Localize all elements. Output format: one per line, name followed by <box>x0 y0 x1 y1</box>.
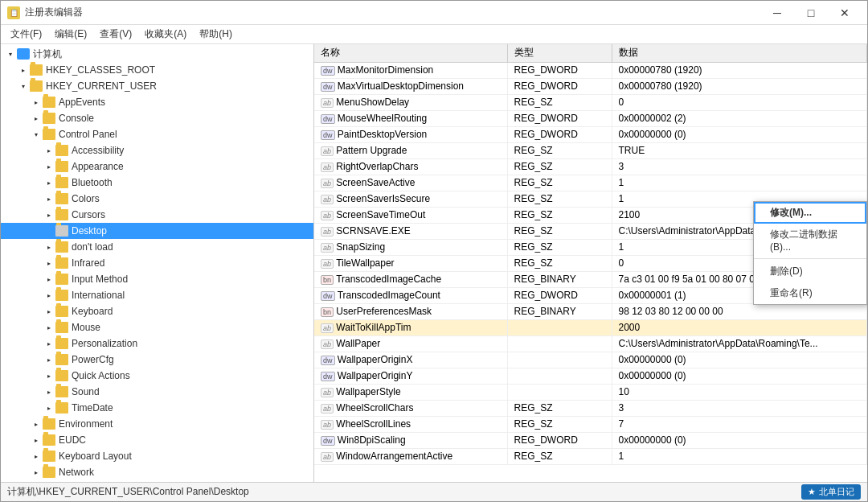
table-row[interactable]: dw Win8DpiScaling REG_DWORD 0x00000000 (… <box>314 432 867 448</box>
cell-type: REG_DWORD <box>507 287 612 303</box>
registry-tree[interactable]: 计算机 HKEY_CLASSES_ROOT HKEY_CURRENT_USER <box>1 44 314 482</box>
ctx-rename[interactable]: 重命名(R) <box>754 282 866 304</box>
cell-type: REG_SZ <box>507 400 612 416</box>
tree-item-colors[interactable]: Colors <box>1 191 313 207</box>
cell-data: 0x00000000 (0) <box>612 368 867 384</box>
tree-item-cursors[interactable]: Cursors <box>1 207 313 223</box>
menu-help[interactable]: 帮助(H) <box>193 26 239 43</box>
tree-arrow-infrared <box>43 257 55 270</box>
menu-favorites[interactable]: 收藏夹(A) <box>138 26 193 43</box>
tree-item-personalization[interactable]: Personalization <box>1 335 313 352</box>
tree-item-international[interactable]: International <box>1 287 313 303</box>
cell-name: ab MenuShowDelay <box>314 94 507 110</box>
name-text: Pattern Upgrade <box>336 145 407 156</box>
cell-name: ab WaitToKillAppTim <box>314 319 507 335</box>
table-row[interactable]: ab WindowArrangementActive REG_SZ 1 <box>314 448 867 464</box>
tree-item-network[interactable]: Network <box>1 464 313 480</box>
cell-data: 3 <box>612 158 867 175</box>
table-row[interactable]: dw MaxMonitorDimension REG_DWORD 0x00000… <box>314 62 867 78</box>
brand-text: 北单日记 <box>819 486 854 498</box>
tree-item-appevents[interactable]: AppEvents <box>1 94 313 110</box>
type-badge: dw <box>321 436 335 446</box>
status-path: 计算机\HKEY_CURRENT_USER\Control Panel\Desk… <box>7 485 249 499</box>
tree-item-hkclasses[interactable]: HKEY_CLASSES_ROOT <box>1 62 313 78</box>
folder-icon-personalization <box>55 338 68 349</box>
tree-item-accessibility[interactable]: Accessibility <box>1 142 313 158</box>
tree-item-bluetooth[interactable]: Bluetooth <box>1 175 313 191</box>
ctx-delete[interactable]: 删除(D) <box>754 261 866 282</box>
tree-item-dontload[interactable]: don't load <box>1 239 313 255</box>
tree-item-inputmethod[interactable]: Input Method <box>1 271 313 287</box>
table-row[interactable]: ab WheelScrollLines REG_SZ 7 <box>314 416 867 432</box>
tree-item-computer[interactable]: 计算机 <box>1 46 313 62</box>
table-row[interactable]: dw PaintDesktopVersion REG_DWORD 0x00000… <box>314 126 867 142</box>
folder-icon-timedate <box>55 402 68 414</box>
tree-item-keyboardlayout[interactable]: Keyboard Layout <box>1 448 313 464</box>
cell-type: REG_SZ <box>507 223 612 239</box>
tree-label-powercfg: PowerCfg <box>72 354 114 365</box>
type-badge: ab <box>321 243 334 253</box>
ctx-modify-binary[interactable]: 修改二进制数据(B)... <box>754 224 866 257</box>
tree-item-keyboard[interactable]: Keyboard <box>1 303 313 319</box>
menu-edit[interactable]: 编辑(E) <box>48 26 93 43</box>
table-row[interactable]: dw MouseWheelRouting REG_DWORD 0x0000000… <box>314 110 867 126</box>
table-row[interactable]: ab WheelScrollChars REG_SZ 3 <box>314 400 867 416</box>
table-row[interactable]: ab MenuShowDelay REG_SZ 0 <box>314 94 867 110</box>
folder-icon-hkclasses <box>30 64 43 76</box>
type-badge: ab <box>321 404 334 414</box>
name-text: MenuShowDelay <box>336 97 409 108</box>
table-row[interactable]: ab WallpaperStyle 10 <box>314 384 867 400</box>
table-row[interactable]: ab Pattern Upgrade REG_SZ TRUE <box>314 142 867 158</box>
tree-item-eudc[interactable]: EUDC <box>1 432 313 448</box>
main-window: 📋 注册表编辑器 ─ □ ✕ 文件(F) 编辑(E) 查看(V) 收藏夹(A) … <box>0 0 868 502</box>
table-row[interactable]: ab WaitToKillAppTim 2000 <box>314 319 867 335</box>
tree-item-timedate[interactable]: TimeDate <box>1 400 313 416</box>
tree-label-desktop: Desktop <box>72 225 107 237</box>
tree-label-bluetooth: Bluetooth <box>72 177 113 188</box>
tree-label-keyboard: Keyboard <box>72 306 113 317</box>
table-row[interactable]: dw WallpaperOriginX 0x00000000 (0) <box>314 352 867 368</box>
tree-item-powercfg[interactable]: PowerCfg <box>1 352 313 368</box>
type-badge: ab <box>321 420 334 430</box>
name-text: TileWallpaper <box>336 257 394 269</box>
tree-item-controlpanel[interactable]: Control Panel <box>1 126 313 142</box>
table-row[interactable]: dw WallpaperOriginY 0x00000000 (0) <box>314 368 867 384</box>
table-row[interactable]: ab RightOverlapChars REG_SZ 3 <box>314 158 867 175</box>
cell-data: C:\Users\Administrator\AppData\Roaming\T… <box>612 335 867 352</box>
folder-icon-cursors <box>55 209 68 220</box>
close-button[interactable]: ✕ <box>829 2 861 24</box>
name-text: WallPaper <box>336 338 380 349</box>
cell-name: ab ScreenSaveActive <box>314 175 507 191</box>
tree-arrow-personalization <box>43 337 55 350</box>
tree-arrow-dontload <box>43 241 55 253</box>
ctx-modify[interactable]: 修改(M)... <box>754 202 866 224</box>
tree-item-mouse[interactable]: Mouse <box>1 319 313 335</box>
table-row[interactable]: dw MaxVirtualDesktopDimension REG_DWORD … <box>314 78 867 94</box>
tree-label-keyboardlayout: Keyboard Layout <box>59 451 132 462</box>
tree-item-infrared[interactable]: Infrared <box>1 255 313 271</box>
cell-data: 98 12 03 80 12 00 00 00 <box>612 303 867 319</box>
menu-file[interactable]: 文件(F) <box>4 26 48 43</box>
tree-item-appearance[interactable]: Appearance <box>1 158 313 175</box>
cell-name: ab Pattern Upgrade <box>314 142 507 158</box>
name-text: TranscodedImageCount <box>338 290 440 301</box>
tree-arrow-hkcu <box>17 80 30 93</box>
type-badge: ab <box>321 195 334 204</box>
name-text: MouseWheelRouting <box>338 113 427 124</box>
tree-item-environment[interactable]: Environment <box>1 416 313 432</box>
table-row[interactable]: ab ScreenSaveActive REG_SZ 1 <box>314 175 867 191</box>
tree-label-quickactions: Quick Actions <box>72 370 130 381</box>
table-row[interactable]: bn UserPreferencesMask REG_BINARY 98 12 … <box>314 303 867 319</box>
table-row[interactable]: ab WallPaper C:\Users\Administrator\AppD… <box>314 335 867 352</box>
tree-item-hkcu[interactable]: HKEY_CURRENT_USER <box>1 78 313 94</box>
tree-item-desktop[interactable]: Desktop <box>1 223 313 239</box>
tree-item-sound[interactable]: Sound <box>1 384 313 400</box>
tree-item-console[interactable]: Console <box>1 110 313 126</box>
col-header-name: 名称 <box>314 44 507 62</box>
tree-label-international: International <box>72 290 125 301</box>
tree-item-quickactions[interactable]: Quick Actions <box>1 368 313 384</box>
menu-view[interactable]: 查看(V) <box>93 26 138 43</box>
maximize-button[interactable]: □ <box>795 2 827 24</box>
tree-arrow-international <box>43 289 55 302</box>
minimize-button[interactable]: ─ <box>761 2 793 24</box>
